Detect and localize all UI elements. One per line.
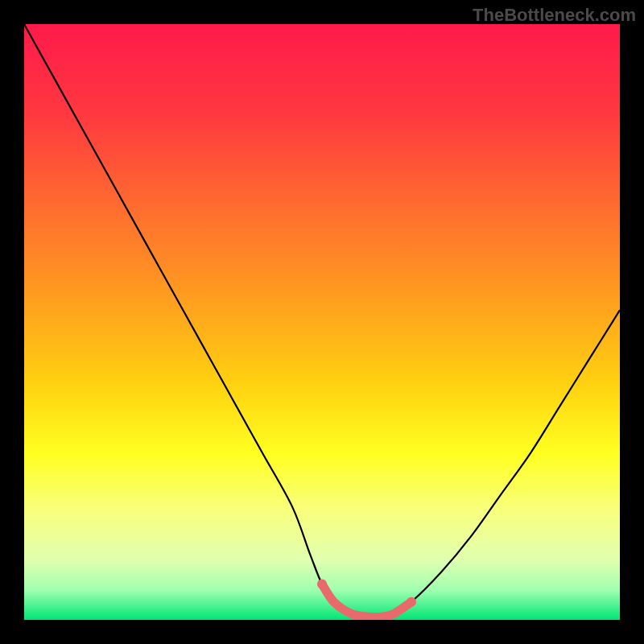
- highlight-dot-right: [407, 597, 416, 607]
- optimal-zone-highlight: [322, 584, 411, 617]
- curve-layer: [24, 24, 620, 620]
- bottleneck-curve: [24, 24, 620, 617]
- plot-area: [24, 24, 620, 620]
- chart-container: TheBottleneck.com: [0, 0, 644, 644]
- watermark-text: TheBottleneck.com: [473, 5, 636, 26]
- highlight-dot-left: [317, 580, 327, 589]
